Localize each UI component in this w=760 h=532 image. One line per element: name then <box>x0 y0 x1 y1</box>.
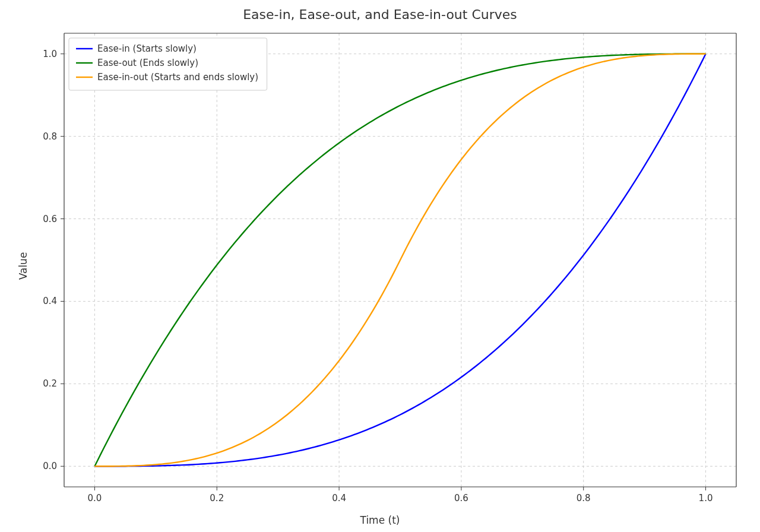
x-tick-label: 0.8 <box>577 493 591 504</box>
y-tick-label: 1.0 <box>43 49 57 59</box>
legend-entry: Ease-in (Starts slowly) <box>97 43 197 54</box>
series-line <box>94 54 705 467</box>
x-tick-label: 1.0 <box>699 493 713 504</box>
legend-entry: Ease-out (Ends slowly) <box>97 58 198 68</box>
y-tick-label: 0.6 <box>43 214 57 224</box>
x-tick-label: 0.4 <box>332 493 346 504</box>
x-tick-label: 0.2 <box>210 493 224 504</box>
y-tick-label: 0.0 <box>43 461 57 471</box>
chart-canvas: 0.00.20.40.60.81.00.00.20.40.60.81.0Ease… <box>0 0 760 532</box>
x-tick-label: 0.6 <box>454 493 468 504</box>
y-tick-label: 0.8 <box>43 131 57 142</box>
legend-entry: Ease-in-out (Starts and ends slowly) <box>97 72 258 83</box>
chart-figure: Ease-in, Ease-out, and Ease-in-out Curve… <box>0 0 760 532</box>
y-tick-label: 0.4 <box>43 296 57 306</box>
x-tick-label: 0.0 <box>88 493 102 504</box>
y-tick-label: 0.2 <box>43 378 57 389</box>
